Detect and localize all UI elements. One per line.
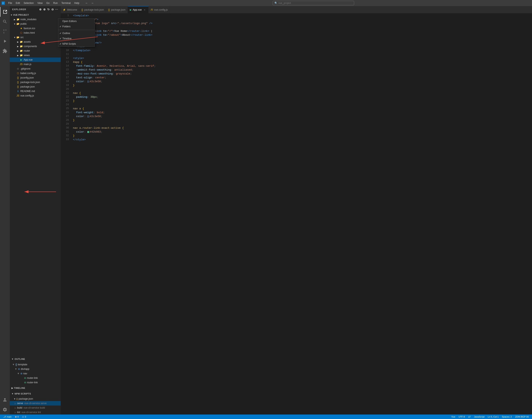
project-root[interactable]: ▼ VUE PROJECT (10, 13, 61, 17)
assets-folder-icon: 📁 (20, 40, 23, 43)
nav-back-button[interactable]: ← (84, 0, 89, 5)
editor-content[interactable]: 1 2 3 4 5 6 7 8 9 10 11 12 13 14 15 16 1 (61, 13, 532, 415)
status-language[interactable]: JavaScript (472, 415, 486, 419)
nav-forward-button[interactable]: → (90, 0, 95, 5)
menu-file[interactable]: File (7, 1, 14, 5)
activity-explorer[interactable] (0, 7, 10, 17)
sidebar-item-app-vue[interactable]: ▶ App.vue (10, 57, 61, 62)
sidebar-item-index-html[interactable]: ⬡ index.html (10, 31, 61, 35)
project-label: VUE PROJECT (13, 14, 29, 16)
new-file-button[interactable]: ⊕ (39, 8, 42, 11)
js-icon: JS (20, 63, 23, 66)
menu-help[interactable]: Help (73, 1, 81, 5)
code-line-29 (73, 122, 532, 126)
outline-router-link-2[interactable]: ⊕ router-link (10, 380, 61, 385)
status-zoom[interactable]: ZDIN BGP 00 (513, 415, 530, 419)
activity-run-debug[interactable] (0, 36, 10, 46)
tab-package-lock[interactable]: {} package-lock.json (79, 6, 106, 13)
tab-package-json[interactable]: {} package.json (106, 6, 128, 13)
ln32: 32 (61, 134, 69, 138)
activity-source-control[interactable] (0, 26, 10, 36)
status-errors[interactable]: ⊗ 0 (13, 415, 20, 419)
dropdown-folders-label: Folders (62, 25, 71, 28)
menu-go[interactable]: Go (45, 1, 51, 5)
dropdown-npm-scripts-label: NPM Scripts (62, 42, 76, 45)
npm-scripts-header[interactable]: ▼ NPM SCRIPTS (10, 391, 61, 397)
sidebar-item-babel-config[interactable]: ⬡ babel.config.js (10, 71, 61, 76)
dropdown-folders[interactable]: Folders (58, 24, 95, 29)
refresh-button[interactable]: ↻ (47, 8, 50, 11)
main-js-label: main.js (24, 63, 61, 66)
sidebar-item-package-lock[interactable]: {} package-lock.json (10, 80, 61, 84)
npm-package-json[interactable]: ▼ {} package.json (10, 397, 61, 401)
ln15: 15 (61, 68, 69, 72)
code-line-18: color: #2c3e50; (73, 79, 532, 83)
explorer-more-button[interactable]: ··· (55, 8, 58, 11)
activity-settings[interactable] (0, 405, 10, 415)
vue-label: Vue (451, 416, 455, 418)
npm-item-serve[interactable]: ▷ serve vue-cli-service serve (10, 401, 61, 406)
npm-item-lint[interactable]: ▷ lint vue-cli-service lint (10, 410, 61, 415)
ln30: 30 (61, 126, 69, 130)
status-cursor[interactable]: Ln 5, Col 1 (486, 415, 500, 419)
menu-terminal[interactable]: Terminal (60, 1, 72, 5)
ln14: 14 (61, 64, 69, 68)
status-vue[interactable]: Vue (450, 415, 457, 419)
new-folder-button[interactable]: ⊕ (43, 8, 46, 11)
status-branch[interactable]: ⎇ main (2, 415, 13, 419)
sidebar-item-router[interactable]: ▶ 📁 router (10, 49, 61, 53)
dropdown-open-editors-label: Open Editors (62, 20, 77, 23)
tab-welcome-label: Welcome (67, 8, 77, 11)
public-label: public (20, 22, 61, 25)
sidebar-item-components[interactable]: ▶ 📁 components (10, 44, 61, 49)
outline-div-app[interactable]: ▼ ⊕ div#app (10, 367, 61, 371)
explorer-title: EXPLORER (12, 8, 26, 11)
titlebar: ⟨⟩ File Edit Selection View Go Run Termi… (0, 0, 532, 6)
sidebar-item-assets[interactable]: ▶ 📁 assets (10, 39, 61, 44)
activity-search[interactable] (0, 17, 10, 26)
tab-vue-config[interactable]: JS vue.config.js (148, 6, 170, 13)
timeline-section-header[interactable]: ▶ TIMELINE (10, 385, 61, 391)
sidebar-item-favicon[interactable]: ★ favicon.ico (10, 26, 61, 31)
status-encoding[interactable]: UTF-8 (457, 415, 466, 419)
menu-view[interactable]: View (36, 1, 44, 5)
sidebar-item-public[interactable]: ▼ 📂 public (10, 22, 61, 26)
npm-build-icon: ▷ (15, 407, 16, 409)
code-line-26: font-weight: bold; (73, 111, 532, 114)
status-spaces[interactable]: Spaces: 2 (500, 415, 513, 419)
sidebar-item-package-json[interactable]: {} package.json (10, 84, 61, 89)
sidebar-item-main-js[interactable]: JS main.js (10, 62, 61, 66)
npm-item-build[interactable]: ▷ build vue-cli-service build (10, 406, 61, 410)
status-warnings[interactable]: ⚠ 0 (20, 415, 28, 419)
tab-app-vue[interactable]: ▶ App.vue × (128, 6, 148, 13)
outline-router-link-1[interactable]: ⊕ router-link (10, 376, 61, 380)
dropdown-outline[interactable]: Outline (58, 31, 95, 36)
menu-edit[interactable]: Edit (14, 1, 22, 5)
sidebar-item-jsconfig[interactable]: {} jsconfig.json (10, 76, 61, 80)
sidebar-item-views[interactable]: ▶ 📁 views (10, 53, 61, 57)
sidebar-item-gitignore[interactable]: ⊙ .gitignore (10, 66, 61, 71)
sidebar-item-node-modules[interactable]: ▶ 📁 node_modules (10, 17, 61, 22)
sidebar-item-vue-config[interactable]: JS vue.config.js (10, 93, 61, 98)
dropdown-npm-scripts[interactable]: NPM Scripts (58, 41, 95, 47)
cursor-label: Ln 5, Col 1 (488, 416, 499, 418)
menu-selection[interactable]: Selection (22, 1, 35, 5)
tab-app-vue-close[interactable]: × (143, 8, 146, 12)
sidebar-item-readme[interactable]: ℹ README.md (10, 89, 61, 93)
code-lines[interactable]: <template> <div id="app"> <img alt="Vue … (71, 13, 532, 415)
menu-run[interactable]: Run (51, 1, 59, 5)
activity-account[interactable] (0, 395, 10, 405)
tab-welcome[interactable]: ⚡ Welcome (61, 6, 79, 13)
npm-lint-label: lint (17, 411, 20, 414)
collapse-all-button[interactable]: ⊖ (51, 8, 54, 11)
activity-extensions[interactable] (0, 46, 10, 56)
sidebar-item-src[interactable]: ▼ 📂 src (10, 35, 61, 39)
dropdown-timeline[interactable]: Timeline (58, 36, 95, 41)
outline-nav[interactable]: ▼ ⊕ nav (10, 371, 61, 376)
status-line-ending[interactable]: LF (467, 415, 472, 419)
search-bar[interactable]: 🔍 (273, 1, 354, 5)
dropdown-open-editors[interactable]: Open Editors (58, 19, 95, 24)
outline-section-header[interactable]: ▼ OUTLINE (10, 356, 61, 362)
search-input[interactable] (278, 2, 352, 4)
outline-template[interactable]: ▼ {} template (10, 362, 61, 367)
